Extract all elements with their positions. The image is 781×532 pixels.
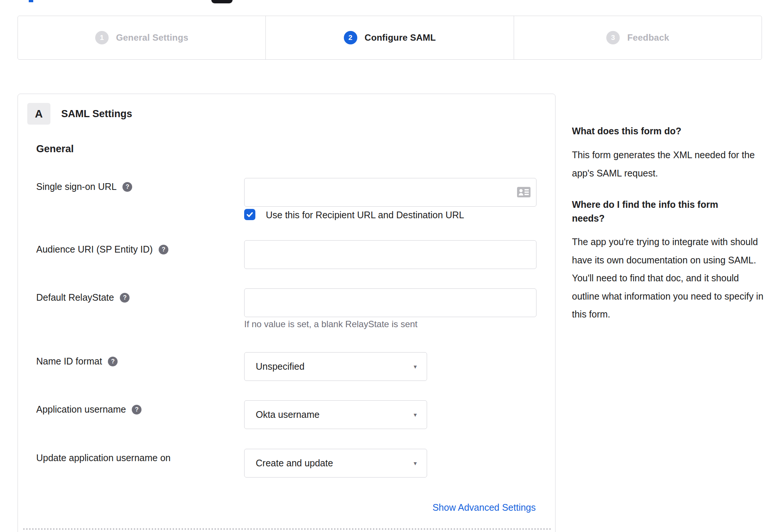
chevron-down-icon: ▼ [413,364,418,370]
app-username-label-text: Application username [36,404,126,415]
step-3-number-badge: 3 [606,31,620,44]
saml-settings-panel: A SAML Settings General Single sign-on U… [18,94,556,532]
audience-uri-help-icon[interactable]: ? [159,245,168,254]
step-2-label: Configure SAML [365,32,436,43]
group-heading-general: General [36,143,74,155]
step-1-number-badge: 1 [95,31,109,44]
relaystate-label-text: Default RelayState [36,292,114,303]
step-2-number-badge: 2 [344,31,357,44]
nameid-format-help-icon[interactable]: ? [108,357,118,366]
step-configure-saml[interactable]: 2 Configure SAML [265,16,513,59]
relaystate-hint: If no value is set, a blank RelayState i… [244,319,417,329]
checkmark-icon [246,211,253,218]
nameid-format-label-text: Name ID format [36,356,102,367]
relaystate-label: Default RelayState ? [36,292,130,303]
clipped-title-fragment-dark [211,0,233,3]
relaystate-help-icon[interactable]: ? [120,293,130,303]
chevron-down-icon: ▼ [413,412,418,418]
sidebar-heading-what: What does this form do? [572,124,751,138]
update-username-label-text: Update application username on [36,453,171,463]
sidebar-heading-where: Where do I find the info this form needs… [572,198,744,225]
wizard-stepper: 1 General Settings 2 Configure SAML 3 Fe… [18,16,762,60]
saml-configuration-page: 1 General Settings 2 Configure SAML 3 Fe… [0,0,781,532]
relaystate-input[interactable] [244,288,536,317]
step-feedback[interactable]: 3 Feedback [514,16,762,59]
nameid-format-label: Name ID format ? [36,356,118,367]
section-title: SAML Settings [61,108,132,120]
recipient-url-checkbox-label: Use this for Recipient URL and Destinati… [266,210,464,220]
step-1-label: General Settings [116,32,189,43]
section-a-badge: A [27,103,50,125]
recipient-url-checkbox[interactable] [244,209,255,220]
sso-url-input[interactable] [244,178,536,207]
step-3-label: Feedback [627,32,669,43]
update-username-value: Create and update [256,458,333,469]
audience-uri-label-text: Audience URI (SP Entity ID) [36,244,153,255]
audience-uri-label: Audience URI (SP Entity ID) ? [36,244,168,255]
app-username-value: Okta username [256,409,320,420]
sidebar-paragraph-where: The app you're trying to integrate with … [572,233,765,323]
show-advanced-settings-link[interactable]: Show Advanced Settings [432,502,536,513]
section-dashed-divider [23,528,551,530]
chevron-down-icon: ▼ [413,460,418,466]
audience-uri-input[interactable] [244,240,536,269]
step-general-settings[interactable]: 1 General Settings [18,16,265,59]
update-username-select[interactable]: Create and update ▼ [244,449,427,478]
app-username-select[interactable]: Okta username ▼ [244,400,427,429]
nameid-format-value: Unspecified [256,361,305,372]
app-username-label: Application username ? [36,404,141,415]
update-username-label: Update application username on [36,453,171,463]
sso-url-label-text: Single sign-on URL [36,181,116,192]
sidebar-paragraph-what: This form generates the XML needed for t… [572,146,759,182]
app-username-help-icon[interactable]: ? [132,405,141,414]
nameid-format-select[interactable]: Unspecified ▼ [244,352,427,381]
sso-url-label: Single sign-on URL ? [36,181,132,192]
sso-url-help-icon[interactable]: ? [122,182,132,192]
clipped-title-fragment-blue [29,0,33,2]
contact-card-icon[interactable] [517,187,530,197]
